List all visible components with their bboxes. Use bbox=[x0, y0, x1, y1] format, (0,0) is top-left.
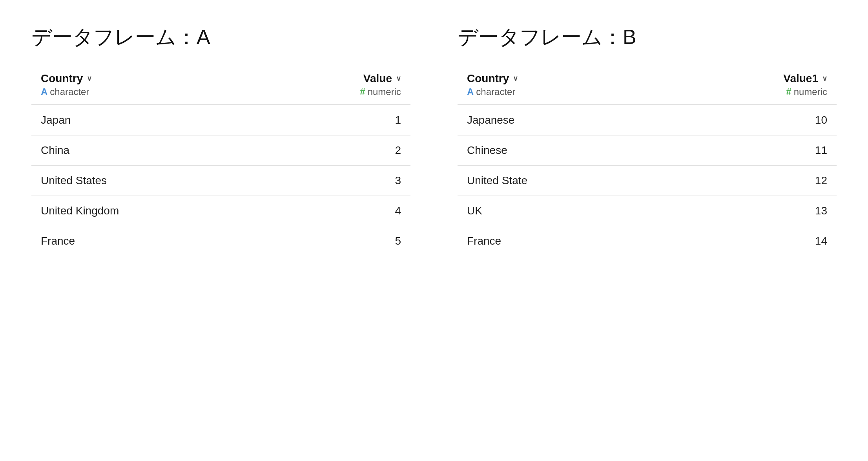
value-cell: 3 bbox=[266, 166, 410, 196]
value1-cell: 14 bbox=[669, 226, 837, 256]
dataframe-b-table: Country ∨ A character Value1 ∨ bbox=[458, 65, 837, 256]
b-value1-col-sort-icon[interactable]: ∨ bbox=[822, 74, 827, 83]
table-b-header-row: Country ∨ A character Value1 ∨ bbox=[458, 65, 837, 105]
dataframe-b-section: データフレーム：B Country ∨ A character bbox=[458, 24, 837, 256]
value1-cell: 10 bbox=[669, 105, 837, 135]
b-value1-col-header-main: Value1 ∨ bbox=[679, 72, 827, 85]
country-col-header-main: Country ∨ bbox=[41, 72, 256, 85]
country-col-type-row: A character bbox=[41, 85, 256, 102]
value-col-header: Value ∨ # numeric bbox=[266, 65, 410, 105]
b-country-col-type-row: A character bbox=[467, 85, 660, 102]
country-cell: China bbox=[31, 135, 266, 166]
b-value1-type-name: numeric bbox=[794, 86, 827, 97]
table-row: Japan 1 bbox=[31, 105, 410, 135]
country-col-sort-icon[interactable]: ∨ bbox=[87, 74, 92, 83]
table-row: United State 12 bbox=[458, 166, 837, 196]
table-row: Japanese 10 bbox=[458, 105, 837, 135]
value1-cell: 11 bbox=[669, 135, 837, 166]
country-cell: UK bbox=[458, 196, 669, 226]
table-row: China 2 bbox=[31, 135, 410, 166]
page-layout: データフレーム：A Country ∨ A character bbox=[31, 24, 837, 256]
country-cell: United Kingdom bbox=[31, 196, 266, 226]
b-value1-col-label: Value1 bbox=[783, 72, 818, 85]
table-header-row: Country ∨ A character Value ∨ bbox=[31, 65, 410, 105]
value-col-type-row: # numeric bbox=[275, 85, 401, 102]
b-value1-col-header: Value1 ∨ # numeric bbox=[669, 65, 837, 105]
table-row: UK 13 bbox=[458, 196, 837, 226]
b-country-col-sort-icon[interactable]: ∨ bbox=[513, 74, 518, 83]
b-value1-col-type-row: # numeric bbox=[679, 85, 827, 102]
table-row: Chinese 11 bbox=[458, 135, 837, 166]
dataframe-a-section: データフレーム：A Country ∨ A character bbox=[31, 24, 410, 256]
table-row: United States 3 bbox=[31, 166, 410, 196]
value-cell: 1 bbox=[266, 105, 410, 135]
country-col-header: Country ∨ A character bbox=[31, 65, 266, 105]
value1-cell: 12 bbox=[669, 166, 837, 196]
value-type-letter: # bbox=[360, 86, 365, 97]
b-country-col-label: Country bbox=[467, 72, 509, 85]
country-cell: Japanese bbox=[458, 105, 669, 135]
table-row: France 5 bbox=[31, 226, 410, 256]
country-cell: United States bbox=[31, 166, 266, 196]
b-country-type-name: character bbox=[476, 86, 515, 97]
dataframe-b-title: データフレーム：B bbox=[458, 24, 837, 51]
dataframe-a-title: データフレーム：A bbox=[31, 24, 410, 51]
value-col-sort-icon[interactable]: ∨ bbox=[396, 74, 401, 83]
country-col-label: Country bbox=[41, 72, 83, 85]
country-cell: France bbox=[31, 226, 266, 256]
country-type-name: character bbox=[50, 86, 89, 97]
dataframe-a-tbody: Japan 1 China 2 United States 3 United K… bbox=[31, 105, 410, 256]
b-country-col-header-main: Country ∨ bbox=[467, 72, 660, 85]
table-row: France 14 bbox=[458, 226, 837, 256]
value-col-label: Value bbox=[363, 72, 392, 85]
b-country-type-letter: A bbox=[467, 86, 474, 97]
b-value1-type-letter: # bbox=[786, 86, 791, 97]
country-cell: United State bbox=[458, 166, 669, 196]
country-cell: France bbox=[458, 226, 669, 256]
value-cell: 5 bbox=[266, 226, 410, 256]
value-col-header-main: Value ∨ bbox=[275, 72, 401, 85]
value1-cell: 13 bbox=[669, 196, 837, 226]
country-cell: Japan bbox=[31, 105, 266, 135]
table-row: United Kingdom 4 bbox=[31, 196, 410, 226]
dataframe-a-table: Country ∨ A character Value ∨ bbox=[31, 65, 410, 256]
country-type-letter: A bbox=[41, 86, 47, 97]
value-cell: 4 bbox=[266, 196, 410, 226]
dataframe-b-tbody: Japanese 10 Chinese 11 United State 12 U… bbox=[458, 105, 837, 256]
value-type-name: numeric bbox=[368, 86, 401, 97]
value-cell: 2 bbox=[266, 135, 410, 166]
b-country-col-header: Country ∨ A character bbox=[458, 65, 669, 105]
country-cell: Chinese bbox=[458, 135, 669, 166]
